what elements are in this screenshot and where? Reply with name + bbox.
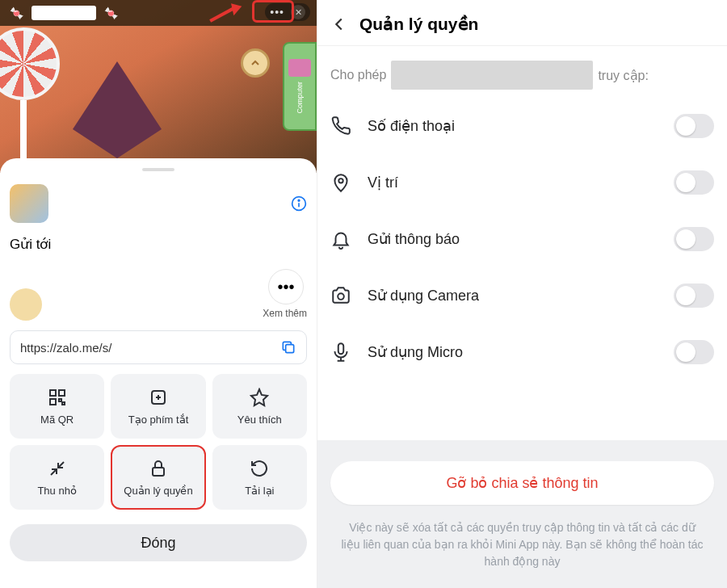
svg-rect-4 — [50, 390, 56, 396]
sheet-grabber[interactable] — [142, 168, 174, 171]
disclaimer-text: Việc này sẽ xóa tất cả các quyền truy cậ… — [330, 519, 714, 570]
toggle-microphone[interactable] — [674, 340, 714, 364]
permission-label: Sử dụng Camera — [368, 287, 658, 304]
right-panel: Quản lý quyền Cho phép truy cập: Số điện… — [317, 0, 727, 588]
camera-icon — [330, 285, 351, 306]
redacted-title — [32, 6, 96, 20]
permission-label: Số điện thoại — [368, 117, 658, 135]
permission-camera: Sử dụng Camera — [317, 267, 727, 324]
permissions-subtitle: Cho phép truy cập: — [317, 46, 727, 98]
share-link-text: https://zalo.me/s/ — [20, 341, 111, 355]
svg-rect-3 — [286, 345, 294, 353]
action-sheet: Gửi tới ••• Xem thêm https://zalo.me/s/ … — [0, 158, 317, 588]
svg-rect-12 — [153, 468, 164, 476]
close-button[interactable]: ✕ — [291, 5, 305, 19]
candy-icon: 🍬 — [10, 6, 23, 19]
tile-label: Tải lại — [245, 485, 274, 497]
permissions-header: Quản lý quyền — [317, 0, 727, 46]
toggle-camera[interactable] — [674, 284, 714, 308]
permission-microphone: Sử dụng Micro — [317, 324, 727, 380]
permission-label: Vị trí — [368, 174, 658, 191]
app-info-row — [10, 184, 307, 223]
svg-rect-7 — [59, 399, 61, 401]
location-icon — [330, 172, 351, 193]
redacted-app-name — [391, 61, 593, 90]
svg-point-13 — [338, 178, 342, 183]
remove-sharing-label: Gỡ bỏ chia sẻ thông tin — [446, 474, 598, 492]
svg-rect-5 — [59, 390, 65, 396]
tile-label: Yêu thích — [237, 414, 282, 426]
subtitle-suffix: truy cập: — [598, 68, 648, 83]
reload-icon — [250, 459, 269, 478]
info-icon[interactable] — [291, 195, 307, 212]
tile-label: Thu nhỏ — [37, 485, 76, 497]
left-panel: 🍬 🍬 ••• ✕ Computer Gửi tới — [0, 0, 317, 588]
share-link-box[interactable]: https://zalo.me/s/ — [10, 330, 307, 364]
permission-label: Sử dụng Micro — [368, 343, 658, 361]
permission-location: Vị trí — [317, 154, 727, 211]
permission-notification: Gửi thông báo — [317, 211, 727, 267]
tile-label: Mã QR — [40, 414, 74, 426]
side-tab-icon — [288, 59, 311, 77]
computer-side-tab[interactable]: Computer — [283, 42, 317, 131]
svg-rect-6 — [50, 399, 56, 405]
tile-label: Tạo phím tắt — [128, 414, 189, 426]
close-sheet-label: Đóng — [141, 535, 175, 552]
permission-label: Gửi thông báo — [368, 230, 658, 248]
lollipop-decoration — [0, 27, 60, 100]
more-recipients-label: Xem thêm — [263, 308, 307, 319]
subtitle-prefix: Cho phép — [330, 68, 386, 82]
phone-icon — [330, 116, 351, 136]
recipient-avatar[interactable] — [10, 288, 42, 321]
bell-icon — [330, 229, 351, 250]
window-controls: ••• ✕ — [265, 3, 310, 21]
svg-rect-15 — [338, 343, 344, 354]
permission-phone: Số điện thoại — [317, 98, 727, 154]
minimize-tile[interactable]: Thu nhỏ — [10, 445, 104, 510]
toggle-phone[interactable] — [674, 114, 714, 138]
candy-icon: 🍬 — [104, 6, 118, 19]
reload-tile[interactable]: Tải lại — [212, 445, 307, 510]
lock-icon — [149, 459, 168, 478]
back-icon[interactable] — [330, 15, 348, 33]
more-recipients-button[interactable]: ••• — [268, 269, 304, 304]
scroll-up-button[interactable] — [241, 48, 270, 78]
favorite-tile[interactable]: Yêu thích — [212, 374, 307, 439]
action-grid: Mã QR Tạo phím tắt Yêu thích Thu nhỏ Quả… — [10, 374, 307, 510]
add-shortcut-icon — [149, 388, 168, 407]
manage-permissions-tile[interactable]: Quản lý quyền — [111, 445, 205, 510]
copy-icon[interactable] — [280, 339, 296, 355]
game-background: 🍬 🍬 ••• ✕ Computer — [0, 0, 317, 173]
mic-icon — [330, 342, 351, 363]
create-shortcut-tile[interactable]: Tạo phím tắt — [111, 374, 205, 439]
bottom-area: Gỡ bỏ chia sẻ thông tin Việc này sẽ xóa … — [317, 440, 727, 588]
svg-rect-8 — [62, 402, 65, 405]
tile-label: Quản lý quyền — [124, 485, 192, 497]
close-sheet-button[interactable]: Đóng — [10, 524, 307, 561]
toggle-location[interactable] — [674, 170, 714, 195]
page-title: Quản lý quyền — [359, 15, 478, 34]
more-menu-button[interactable]: ••• — [270, 6, 284, 19]
star-icon — [250, 388, 269, 407]
toggle-notification[interactable] — [674, 227, 714, 251]
svg-point-14 — [338, 293, 344, 300]
svg-point-2 — [298, 200, 300, 201]
app-icon — [10, 184, 48, 223]
qr-icon — [48, 388, 67, 407]
send-to-heading: Gửi tới — [10, 236, 307, 253]
minimize-icon — [48, 459, 67, 478]
send-to-row: ••• Xem thêm — [10, 266, 307, 322]
side-tab-label: Computer — [296, 82, 304, 114]
remove-sharing-button[interactable]: Gỡ bỏ chia sẻ thông tin — [330, 461, 714, 505]
qr-code-tile[interactable]: Mã QR — [10, 374, 104, 439]
permissions-list: Số điện thoại Vị trí Gửi thông báo Sử dụ… — [317, 98, 727, 380]
berry-decoration — [73, 61, 162, 158]
